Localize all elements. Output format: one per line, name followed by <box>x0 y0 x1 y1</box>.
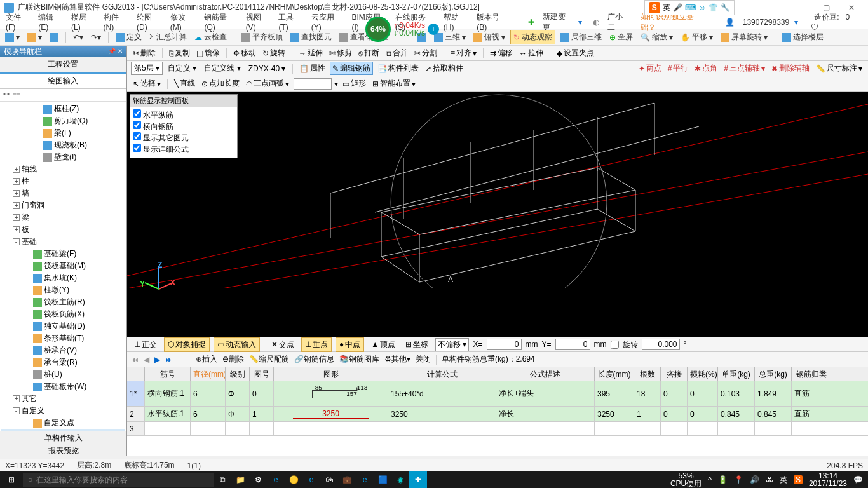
tree-item[interactable]: 柱墩(Y) <box>1 284 125 296</box>
menu-floor[interactable]: 楼层(L) <box>68 11 99 33</box>
tree-item[interactable]: 独立基础(D) <box>1 320 125 332</box>
zoom-button[interactable]: 🔍缩放▾ <box>638 30 675 44</box>
tree-item[interactable]: +墙 <box>1 187 125 200</box>
coord-button[interactable]: ⊞坐标 <box>402 338 431 351</box>
x-input[interactable] <box>487 339 522 350</box>
rotate-checkbox[interactable] <box>611 341 619 349</box>
three-point-axis-button[interactable]: #三点辅轴▾ <box>722 62 767 74</box>
line-button[interactable]: ╲直线 <box>172 78 197 90</box>
menu-draw[interactable]: 绘图(D) <box>133 11 166 33</box>
start-button[interactable]: ⊞ <box>0 471 23 488</box>
point-length-button[interactable]: ⊙点加长度 <box>200 78 241 90</box>
menu-modify[interactable]: 修改(M) <box>167 11 200 33</box>
tree-collapse-icon[interactable]: ⁻⁻ <box>13 91 20 100</box>
perp-button[interactable]: ⊥垂点 <box>301 337 332 352</box>
tab-report-preview[interactable]: 报表预览 <box>0 444 126 456</box>
merge-button[interactable]: ⧉合并 <box>384 47 410 59</box>
delete-button[interactable]: ✂删除 <box>131 47 158 59</box>
tray-ime-lang[interactable]: 英 <box>780 475 787 485</box>
tray-volume-icon[interactable]: 🔊 <box>750 475 759 484</box>
ime-skin-icon[interactable]: 👕 <box>709 3 718 12</box>
close-panel-button[interactable]: 关闭 <box>416 354 431 365</box>
net-expand-icon[interactable]: + <box>428 24 439 35</box>
arc-button[interactable]: ◠三点画弧▾ <box>244 78 291 90</box>
select-floor-button[interactable]: 选择楼层 <box>780 30 826 44</box>
table-row[interactable]: 1* 横向钢筋.1 6 Φ 0 85157113 155+40*d 净长+端头 … <box>127 381 868 407</box>
ime-keyboard-icon[interactable]: ⌨ <box>685 3 696 12</box>
app-icon-1[interactable]: 📁 <box>231 471 249 488</box>
component-tree[interactable]: 框柱(Z)剪力墙(Q)梁(L)现浇板(B)壁龛(I)+轴线+柱+墙+门窗洞+梁+… <box>0 102 126 436</box>
tree-item[interactable]: 筏板负筋(X) <box>1 308 125 320</box>
tab-single-component[interactable]: 单构件输入 <box>0 431 126 444</box>
component-list-button[interactable]: 📑构件列表 <box>376 62 421 74</box>
tree-item[interactable]: 壁龛(I) <box>1 151 125 163</box>
offset-button[interactable]: ⇉偏移 <box>488 47 515 59</box>
mirror-button[interactable]: ◫镜像 <box>194 47 222 59</box>
pan-button[interactable]: ✋平移▾ <box>678 30 715 44</box>
menu-view[interactable]: 视图(V) <box>243 11 275 33</box>
insert-button[interactable]: ⊕插入 <box>196 354 217 365</box>
align-button[interactable]: ≡对齐▾ <box>449 47 478 59</box>
undo-button[interactable]: ↶▾ <box>71 32 86 43</box>
dim-note-button[interactable]: 📏尺寸标注▾ <box>814 62 864 74</box>
apex-button[interactable]: ▲顶点 <box>368 338 398 351</box>
tree-item[interactable]: 梁(L) <box>1 127 125 139</box>
redo-button[interactable]: ↷▾ <box>88 32 104 43</box>
tray-battery-icon[interactable]: 🔋 <box>718 475 728 484</box>
tray-up-icon[interactable]: ^ <box>708 475 712 484</box>
opt-show-other[interactable]: 显示其它图元 <box>133 132 234 144</box>
menu-version[interactable]: 版本号(B) <box>473 11 513 33</box>
rect-button[interactable]: ▭矩形 <box>341 78 368 90</box>
opt-horiz-bar[interactable]: 水平纵筋 <box>133 109 234 121</box>
edit-rebar-button[interactable]: ✎编辑钢筋 <box>330 62 373 75</box>
local-3d-button[interactable]: 局部三维 <box>558 30 604 44</box>
app-icon-9[interactable]: 🟦 <box>374 471 391 488</box>
menu-file[interactable]: 文件(F) <box>3 11 34 33</box>
tree-item[interactable]: 筏板主筋(R) <box>1 296 125 308</box>
tree-item[interactable]: 集水坑(K) <box>1 272 125 284</box>
fullscreen-button[interactable]: ⊕全屏 <box>607 30 635 44</box>
sum-button[interactable]: Σ 汇总计算 <box>147 30 189 44</box>
first-record-icon[interactable]: ⏮ <box>131 355 139 364</box>
ortho-button[interactable]: ⊥正交 <box>131 338 160 351</box>
app-icon-5[interactable]: e <box>302 471 320 488</box>
prev-record-icon[interactable]: ◀ <box>144 355 149 364</box>
rotate-input[interactable] <box>642 339 680 350</box>
tray-clock[interactable]: 13:142017/11/23 <box>809 472 847 487</box>
define-button[interactable]: 定义 <box>113 30 144 44</box>
parallel-button[interactable]: #平行 <box>666 62 691 74</box>
app-icon-10[interactable]: ◉ <box>391 471 409 488</box>
windows-taskbar[interactable]: ⊞ ○ 在这里输入你要搜索的内容 ⧉ 📁 ⚙ e 🟡 e 🛍 💼 e 🟦 ◉ ✚… <box>0 471 868 488</box>
other-button[interactable]: ⚙其他▾ <box>384 354 410 365</box>
tree-item[interactable]: 条形基础(T) <box>1 332 125 344</box>
tree-item[interactable]: 剪力墙(Q) <box>1 115 125 127</box>
smart-layout-button[interactable]: ⊞智能布置▾ <box>370 78 417 90</box>
rebar-table[interactable]: 筋号 直径(mm) 级别 图号 图形 计算公式 公式描述 长度(mm) 根数 搭… <box>127 367 868 456</box>
set-clamp-button[interactable]: ◆设置夹点 <box>555 47 596 59</box>
tree-item[interactable]: +门窗洞 <box>1 200 125 212</box>
taskbar-search[interactable]: ○ 在这里输入你要搜索的内容 <box>23 473 214 487</box>
next-record-icon[interactable]: ▶ <box>154 355 160 364</box>
ime-settings-icon[interactable]: 🔧 <box>721 3 730 12</box>
app-icon-3[interactable]: e <box>267 471 285 488</box>
tree-item[interactable]: +轴线 <box>1 163 125 175</box>
tree-item[interactable]: +板 <box>1 224 125 236</box>
cpu-usage[interactable]: 53%CPU使用 <box>670 472 702 487</box>
opt-show-formula[interactable]: 显示详细公式 <box>133 144 234 155</box>
menu-help[interactable]: 帮助(H) <box>440 11 473 33</box>
menu-cloud[interactable]: 云应用(Y) <box>308 11 348 33</box>
tray-network-icon[interactable]: 🖧 <box>766 475 773 484</box>
code-combo[interactable]: ZDYX-40 ▾ <box>246 64 288 74</box>
delete-row-button[interactable]: ⊖删除 <box>222 354 244 365</box>
tree-item[interactable]: 自定义点 <box>1 417 125 429</box>
iso-view-button[interactable]: 俯视▾ <box>471 30 508 44</box>
line-type-combo[interactable]: 自定义线 ▾ <box>201 62 243 74</box>
ime-face-icon[interactable]: ☺ <box>698 3 706 12</box>
phone-label[interactable]: 👤13907298339 ▾ <box>719 15 801 29</box>
tree-item[interactable]: 基础板带(W) <box>1 381 125 393</box>
save-button[interactable] <box>47 32 61 43</box>
two-point-button[interactable]: ✦两点 <box>637 62 663 74</box>
dynamic-input-button[interactable]: ▭动态输入 <box>214 337 260 352</box>
app-icon-8[interactable]: e <box>356 471 374 488</box>
app-icon-7[interactable]: 💼 <box>338 471 356 488</box>
